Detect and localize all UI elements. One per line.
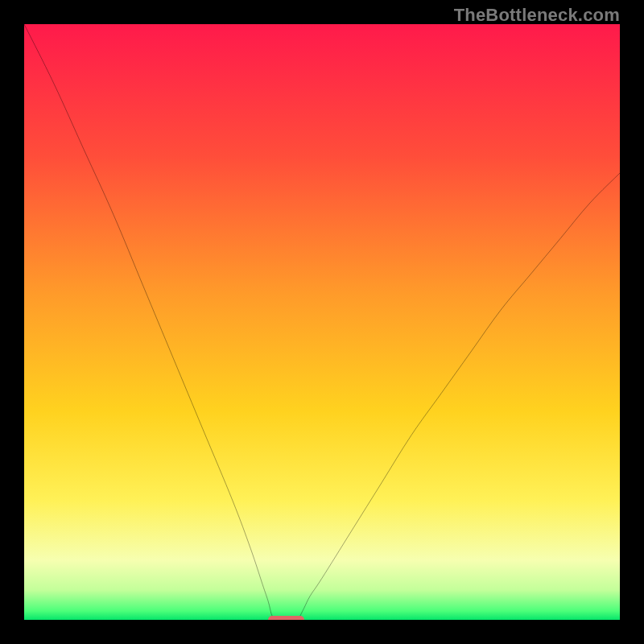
chart-plot-area [24, 24, 620, 620]
optimal-range-marker [268, 616, 303, 620]
left-curve-path [24, 24, 275, 620]
right-curve-path [298, 173, 620, 620]
watermark-text: TheBottleneck.com [454, 5, 620, 26]
chart-curves [24, 24, 620, 620]
